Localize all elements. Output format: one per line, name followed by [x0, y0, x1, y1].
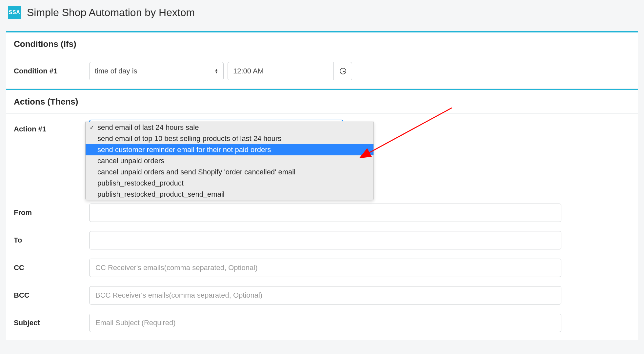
- actions-panel: Actions (Thens) Action #1 ✓send email of…: [6, 89, 638, 340]
- time-picker-button[interactable]: [333, 62, 352, 80]
- action-dropdown-option-label: cancel unpaid orders: [97, 157, 164, 165]
- check-icon: ✓: [90, 124, 97, 131]
- action-dropdown-option[interactable]: send email of top 10 best selling produc…: [86, 133, 373, 144]
- conditions-panel: Conditions (Ifs) Condition #1 time of da…: [6, 31, 638, 88]
- from-row: From: [14, 204, 630, 222]
- to-label: To: [14, 236, 89, 245]
- app-title: Simple Shop Automation by Hextom: [27, 7, 195, 19]
- condition-row: Condition #1 time of day is ▲▼ 12:00 AM: [14, 62, 630, 80]
- select-updown-icon: ▲▼: [215, 69, 218, 74]
- action-select-open[interactable]: ✓send email of last 24 hours salesend em…: [89, 120, 343, 200]
- clock-icon: [340, 68, 346, 74]
- subject-label: Subject: [14, 319, 89, 327]
- action-dropdown-option-label: publish_restocked_product_send_email: [97, 190, 225, 199]
- bcc-input[interactable]: [89, 286, 561, 305]
- action-label: Action #1: [14, 120, 89, 133]
- conditions-title: Conditions (Ifs): [6, 32, 638, 56]
- from-label: From: [14, 208, 89, 217]
- subject-row: Subject: [14, 314, 630, 332]
- time-value: 12:00 AM: [228, 67, 333, 75]
- cc-input[interactable]: [89, 259, 561, 277]
- condition-label: Condition #1: [14, 67, 89, 75]
- bcc-label: BCC: [14, 291, 89, 300]
- to-input[interactable]: [89, 231, 561, 249]
- action-dropdown-option[interactable]: cancel unpaid orders: [86, 155, 373, 167]
- action-dropdown-list: ✓send email of last 24 hours salesend em…: [85, 122, 374, 200]
- action-dropdown-option-label: send email of top 10 best selling produc…: [97, 134, 281, 143]
- cc-row: CC: [14, 259, 630, 277]
- subject-input[interactable]: [89, 314, 561, 332]
- app-header: SSA Simple Shop Automation by Hextom: [0, 0, 644, 25]
- action-dropdown-option-label: send customer reminder email for their n…: [97, 146, 271, 154]
- time-field[interactable]: 12:00 AM: [228, 62, 352, 80]
- condition-select-value: time of day is: [95, 67, 137, 75]
- action-dropdown-option[interactable]: publish_restocked_product: [86, 178, 373, 189]
- action-dropdown-option[interactable]: send customer reminder email for their n…: [86, 144, 373, 155]
- action-dropdown-option-label: send email of last 24 hours sale: [97, 123, 199, 132]
- condition-select[interactable]: time of day is ▲▼: [89, 62, 224, 80]
- action-row: Action #1 ✓send email of last 24 hours s…: [14, 120, 630, 200]
- bcc-row: BCC: [14, 286, 630, 305]
- action-dropdown-option[interactable]: ✓send email of last 24 hours sale: [86, 122, 373, 133]
- action-dropdown-option[interactable]: publish_restocked_product_send_email: [86, 189, 373, 200]
- cc-label: CC: [14, 264, 89, 272]
- action-dropdown-option-label: cancel unpaid orders and send Shopify 'o…: [97, 168, 295, 176]
- to-row: To: [14, 231, 630, 249]
- action-dropdown-option-label: publish_restocked_product: [97, 179, 184, 187]
- app-logo: SSA: [8, 6, 21, 19]
- actions-title: Actions (Thens): [6, 90, 638, 114]
- from-input[interactable]: [89, 204, 561, 222]
- action-dropdown-option[interactable]: cancel unpaid orders and send Shopify 'o…: [86, 167, 373, 178]
